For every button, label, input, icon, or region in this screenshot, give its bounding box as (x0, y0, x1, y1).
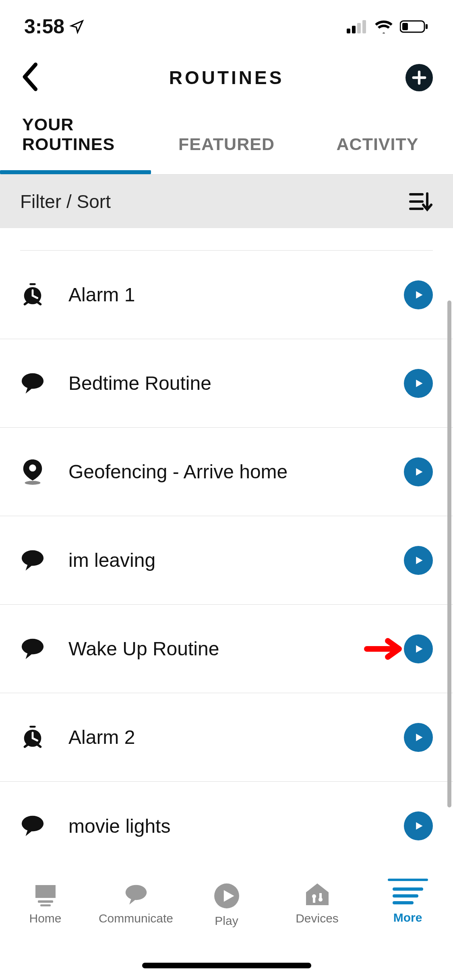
svg-rect-2 (357, 23, 361, 33)
svg-marker-34 (416, 822, 422, 830)
svg-point-25 (22, 639, 43, 655)
play-routine-button[interactable] (404, 280, 433, 309)
svg-point-20 (29, 465, 36, 471)
routine-label: Alarm 1 (68, 284, 364, 306)
svg-marker-24 (416, 557, 422, 564)
play-circle-icon (213, 883, 240, 909)
tab-activity[interactable]: ACTIVITY (302, 118, 453, 170)
svg-point-33 (22, 816, 43, 832)
speech-icon (20, 636, 68, 661)
routine-label: Geofencing - Arrive home (68, 461, 364, 483)
svg-marker-32 (416, 734, 422, 741)
play-icon (413, 466, 424, 478)
tab-featured[interactable]: FEATURED (151, 118, 302, 170)
svg-line-16 (37, 302, 41, 304)
routine-label: Alarm 2 (68, 726, 364, 748)
filter-sort-bar[interactable]: Filter / Sort (0, 174, 453, 228)
battery-icon (400, 20, 429, 33)
tabs: YOUR ROUTINES FEATURED ACTIVITY (0, 114, 453, 174)
nav-home[interactable]: Home (0, 875, 91, 951)
arrow-right-icon (364, 637, 404, 661)
routine-label: im leaving (68, 549, 364, 571)
wifi-icon (374, 20, 393, 33)
svg-rect-43 (319, 893, 322, 898)
play-routine-button[interactable] (404, 457, 433, 486)
svg-rect-13 (29, 283, 36, 285)
routine-row[interactable]: Bedtime Routine (0, 339, 453, 428)
menu-icon (392, 886, 424, 906)
speech-icon (20, 548, 68, 573)
status-time-text: 3:58 (24, 15, 64, 38)
routine-row[interactable]: Alarm 1 (0, 251, 453, 339)
svg-rect-3 (362, 20, 366, 33)
cellular-signal-icon (347, 20, 368, 33)
svg-point-42 (319, 898, 323, 902)
speech-icon (20, 813, 68, 838)
home-indicator (0, 951, 453, 980)
status-time: 3:58 (24, 15, 85, 38)
svg-rect-5 (402, 23, 408, 30)
location-icon (20, 457, 68, 486)
play-icon (413, 289, 424, 301)
home-icon (32, 883, 59, 907)
svg-rect-28 (29, 726, 36, 728)
routine-row[interactable]: im leaving (0, 516, 453, 605)
svg-point-23 (22, 550, 43, 566)
filter-sort-label: Filter / Sort (20, 191, 111, 212)
nav-label: Communicate (99, 912, 173, 925)
scroll-indicator (447, 301, 451, 807)
svg-point-18 (22, 373, 43, 389)
play-icon (413, 643, 424, 655)
alarm-icon (20, 282, 68, 307)
nav-label: Play (215, 914, 238, 928)
play-routine-button[interactable] (404, 546, 433, 575)
routine-row[interactable]: movie lights (0, 782, 453, 870)
add-routine-button[interactable] (405, 64, 433, 91)
play-routine-button[interactable] (404, 634, 433, 663)
svg-line-15 (25, 302, 28, 304)
svg-marker-27 (416, 645, 422, 653)
svg-marker-17 (416, 291, 422, 299)
app-header: ROUTINES (0, 41, 453, 114)
svg-rect-36 (40, 904, 51, 906)
play-routine-button[interactable] (404, 369, 433, 398)
play-routine-button[interactable] (404, 811, 433, 840)
play-icon (413, 555, 424, 566)
status-bar: 3:58 (0, 0, 453, 41)
play-routine-button[interactable] (404, 723, 433, 752)
nav-play[interactable]: Play (181, 875, 272, 951)
svg-rect-6 (426, 24, 428, 29)
location-arrow-icon (69, 19, 85, 34)
routine-label: movie lights (68, 815, 364, 837)
annotation-arrow (364, 637, 404, 661)
sort-icon (409, 191, 433, 212)
tab-active-indicator (0, 170, 151, 174)
svg-point-37 (125, 885, 147, 900)
routine-label: Bedtime Routine (68, 372, 364, 394)
routine-row[interactable]: Wake Up Routine (0, 605, 453, 693)
nav-label: Home (29, 912, 61, 925)
svg-line-30 (25, 744, 28, 747)
nav-devices[interactable]: Devices (272, 875, 362, 951)
svg-marker-22 (416, 468, 422, 476)
speech-bubble-icon (123, 883, 149, 907)
svg-rect-0 (347, 29, 350, 33)
svg-point-21 (25, 481, 41, 485)
svg-rect-41 (313, 898, 315, 903)
nav-label: More (393, 911, 422, 924)
nav-more[interactable]: More (362, 875, 453, 951)
play-icon (413, 378, 424, 389)
svg-line-31 (37, 744, 41, 747)
alarm-icon (20, 725, 68, 750)
routine-row[interactable]: Alarm 2 (0, 693, 453, 782)
plus-icon (412, 70, 427, 85)
speech-icon (20, 371, 68, 396)
routines-list: Alarm 1 Bedtime Routine (0, 250, 453, 870)
back-button[interactable] (20, 61, 39, 95)
play-icon (413, 820, 424, 832)
nav-communicate[interactable]: Communicate (91, 875, 181, 951)
chevron-left-icon (20, 61, 39, 93)
svg-marker-19 (416, 380, 422, 387)
routine-row[interactable]: Geofencing - Arrive home (0, 428, 453, 516)
routines-scroll-area[interactable]: Alarm 1 Bedtime Routine (0, 228, 453, 870)
